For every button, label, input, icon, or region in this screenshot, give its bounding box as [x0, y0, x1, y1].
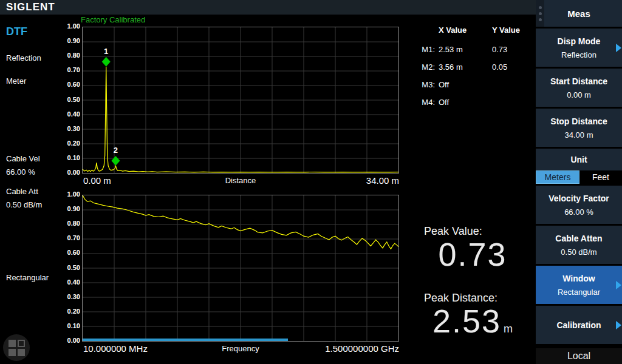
- menu-items: Disp ModeReflectionStart Distance0.00 mS…: [536, 29, 622, 346]
- menu-item-unit-label[interactable]: Unit: [536, 149, 622, 170]
- y-tick-label: 0.70: [58, 66, 80, 73]
- freq-x-start-label: 10.000000 MHz: [83, 343, 148, 354]
- sidebar-window-value: Rectangular: [6, 273, 49, 282]
- menu-item-velocity-factor-label: Velocity Factor: [549, 194, 609, 203]
- y-tick-label: 0.70: [58, 234, 80, 241]
- menu-item-velocity-factor[interactable]: Velocity Factor66.00 %: [536, 186, 622, 224]
- sidebar-disp-mode: Reflection: [6, 53, 41, 62]
- y-tick-label: 0.80: [58, 52, 80, 59]
- y-tick-label: 0.20: [58, 140, 80, 147]
- menu-item-window-value: Rectangular: [558, 288, 600, 297]
- sidebar-cable-att-label: Cable Att: [6, 187, 38, 196]
- menu-item-cable-atten[interactable]: Cable Atten0.50 dB/m: [536, 226, 622, 264]
- marker-col-x: X Value: [439, 25, 492, 35]
- y-tick-label: 0.00: [58, 169, 80, 176]
- y-tick-label: 0.60: [58, 81, 80, 88]
- marker-y-value: [492, 80, 532, 89]
- y-tick-label: 1.00: [58, 22, 80, 30]
- menu-grip-icon: [536, 0, 544, 27]
- menu-item-stop-distance-value: 34.00 m: [565, 130, 593, 140]
- y-tick-label: 0.90: [58, 37, 80, 44]
- marker-y-value: [492, 98, 532, 107]
- marker-2-diamond-icon: [111, 156, 120, 166]
- marker-row-3: M3:Off: [412, 80, 533, 89]
- dtf-x-start-label: 0.00 m: [83, 175, 111, 186]
- menu-item-start-distance-value: 0.00 m: [567, 90, 591, 99]
- y-tick-label: 0.40: [58, 110, 80, 118]
- menu-item-calibration[interactable]: Calibration: [536, 306, 622, 344]
- y-tick-label: 0.10: [58, 154, 80, 161]
- softkey-menu: Meas Disp ModeReflectionStart Distance0.…: [536, 0, 622, 364]
- top-bar: SIGLENT: [0, 0, 536, 15]
- menu-item-window-label: Window: [562, 274, 595, 283]
- marker-row-4: M4:Off: [412, 98, 533, 107]
- y-tick-label: 0.80: [58, 220, 80, 227]
- sidebar-cable-att-value: 0.50 dB/m: [6, 200, 42, 209]
- y-tick-label: 0.60: [58, 249, 80, 256]
- menu-item-start-distance-label: Start Distance: [550, 76, 607, 86]
- marker-x-value: Off: [439, 80, 492, 89]
- unit-option-meters[interactable]: Meters: [536, 170, 579, 184]
- peak-value-readout: 0.73: [418, 235, 527, 273]
- freq-x-axis-title: Frequency: [204, 344, 277, 353]
- instrument-screen: SIGLENT Factory Calibrated DTF Reflectio…: [0, 0, 622, 364]
- menu-item-unit: UnitMetersFeet: [536, 149, 622, 184]
- y-tick-label: 0.50: [58, 96, 80, 103]
- menu-item-stop-distance[interactable]: Stop Distance34.00 m: [536, 109, 622, 147]
- marker-2-label: 2: [114, 146, 118, 155]
- menu-item-disp-mode[interactable]: Disp ModeReflection: [536, 29, 622, 67]
- menu-item-calibration-label: Calibration: [556, 320, 601, 330]
- menu-item-stop-distance-label: Stop Distance: [550, 116, 607, 126]
- peak-distance-unit: m: [504, 323, 513, 335]
- marker-label: M3:: [412, 80, 439, 89]
- menu-title: Meas: [544, 0, 613, 27]
- dtf-plot-svg: 12: [83, 27, 398, 173]
- marker-x-value: 2.53 m: [439, 45, 492, 54]
- y-tick-label: 0.20: [58, 308, 80, 315]
- frequency-sweep-plot-svg: [83, 195, 398, 341]
- submenu-arrow-icon: [616, 281, 621, 289]
- home-button[interactable]: [3, 334, 30, 361]
- dtf-chart: 12: [82, 27, 399, 174]
- sidebar-cable-vel-value: 66.00 %: [6, 167, 35, 177]
- sidebar-cable-vel-label: Cable Vel: [6, 154, 40, 163]
- menu-header[interactable]: Meas: [536, 0, 622, 27]
- menu-item-disp-mode-value: Reflection: [561, 50, 596, 59]
- y-tick-label: 0.30: [58, 125, 80, 132]
- menu-item-velocity-factor-value: 66.00 %: [564, 207, 593, 217]
- marker-1-diamond-icon: [102, 57, 111, 67]
- dtf-x-axis-title: Distance: [204, 176, 277, 185]
- y-tick-label: 0.40: [58, 278, 80, 286]
- peak-distance-readout: 2.53m: [418, 302, 527, 340]
- y-tick-label: 1.00: [58, 190, 80, 198]
- local-button[interactable]: Local: [536, 348, 622, 364]
- home-grid-icon: [9, 340, 25, 356]
- menu-item-window[interactable]: WindowRectangular: [536, 266, 622, 304]
- y-tick-label: 0.90: [58, 205, 80, 212]
- peak-distance-number: 2.53: [432, 303, 501, 339]
- sidebar-unit: Meter: [6, 76, 26, 86]
- marker-x-value: Off: [439, 98, 492, 107]
- unit-option-feet[interactable]: Feet: [579, 170, 622, 184]
- mode-label-dtf: DTF: [6, 25, 27, 38]
- marker-table: X Value Y Value M1:2.53 m0.73M2:3.56 m0.…: [412, 25, 533, 115]
- menu-item-cable-atten-label: Cable Atten: [555, 234, 602, 243]
- sweep-progress-bar: [83, 339, 288, 341]
- marker-y-value: 0.05: [492, 62, 532, 72]
- y-tick-label: 0.10: [58, 322, 80, 329]
- y-tick-label: 0.30: [58, 293, 80, 300]
- frequency-chart: [82, 195, 399, 342]
- menu-item-start-distance[interactable]: Start Distance0.00 m: [536, 69, 622, 107]
- marker-col-y: Y Value: [492, 25, 532, 35]
- submenu-arrow-icon: [616, 44, 621, 52]
- marker-row-2: M2:3.56 m0.05: [412, 62, 533, 72]
- marker-label: M4:: [412, 98, 439, 107]
- marker-label: M2:: [412, 62, 439, 72]
- marker-y-value: 0.73: [492, 45, 532, 54]
- unit-toggle: MetersFeet: [536, 170, 622, 184]
- menu-item-disp-mode-label: Disp Mode: [558, 36, 601, 46]
- y-tick-label: 0.50: [58, 264, 80, 271]
- calibration-status: Factory Calibrated: [81, 15, 145, 24]
- marker-row-1: M1:2.53 m0.73: [412, 45, 533, 54]
- dtf-x-end-label: 34.00 m: [314, 175, 399, 186]
